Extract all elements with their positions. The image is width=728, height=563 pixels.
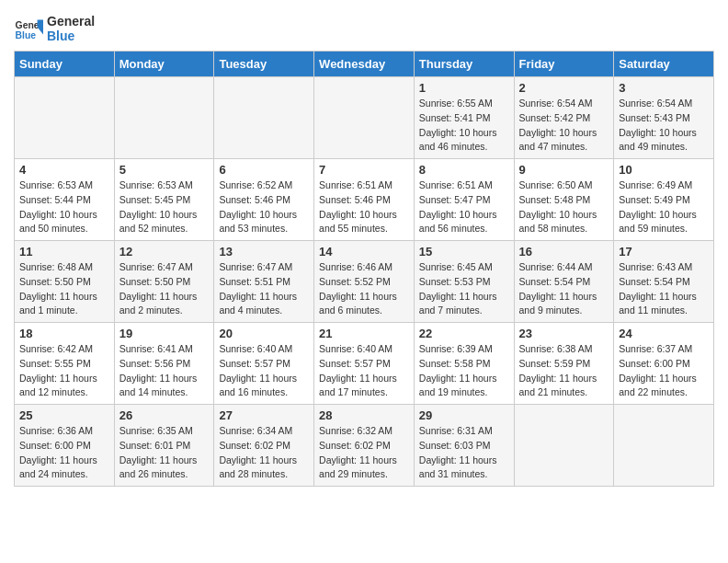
daylight-text: Daylight: 11 hours and 28 minutes. (219, 454, 297, 480)
sunrise-text: Sunrise: 6:49 AM (619, 179, 692, 190)
calendar-cell: 20 Sunrise: 6:40 AM Sunset: 5:57 PM Dayl… (214, 323, 314, 405)
daylight-text: Daylight: 11 hours and 14 minutes. (119, 373, 198, 398)
day-info: Sunrise: 6:54 AM Sunset: 5:43 PM Dayligh… (619, 97, 709, 155)
calendar-cell: 23 Sunrise: 6:38 AM Sunset: 5:59 PM Dayl… (514, 323, 614, 405)
day-info: Sunrise: 6:34 AM Sunset: 6:02 PM Dayligh… (219, 424, 309, 482)
sunset-text: Sunset: 5:50 PM (119, 276, 191, 287)
svg-marker-2 (38, 19, 43, 34)
calendar-cell: 18 Sunrise: 6:42 AM Sunset: 5:55 PM Dayl… (15, 323, 115, 405)
sunset-text: Sunset: 5:43 PM (619, 112, 690, 123)
calendar-cell: 2 Sunrise: 6:54 AM Sunset: 5:42 PM Dayli… (514, 77, 614, 159)
calendar-cell: 16 Sunrise: 6:44 AM Sunset: 5:54 PM Dayl… (514, 241, 614, 323)
day-number: 26 (119, 408, 210, 422)
day-header-saturday: Saturday (614, 52, 714, 77)
calendar-cell: 17 Sunrise: 6:43 AM Sunset: 5:54 PM Dayl… (614, 241, 714, 323)
sunset-text: Sunset: 5:42 PM (519, 112, 591, 123)
calendar-cell (614, 405, 714, 487)
day-number: 11 (19, 245, 109, 259)
calendar-week-5: 25 Sunrise: 6:36 AM Sunset: 6:00 PM Dayl… (15, 405, 714, 487)
logo-icon: General Blue (14, 14, 43, 43)
sunrise-text: Sunrise: 6:54 AM (619, 98, 692, 109)
sunrise-text: Sunrise: 6:44 AM (519, 261, 593, 272)
sunset-text: Sunset: 5:54 PM (619, 276, 690, 287)
day-number: 19 (119, 327, 210, 340)
sunset-text: Sunset: 5:50 PM (19, 276, 91, 287)
sunset-text: Sunset: 5:59 PM (519, 358, 591, 369)
sunrise-text: Sunrise: 6:37 AM (619, 343, 692, 354)
day-number: 9 (519, 163, 609, 177)
daylight-text: Daylight: 11 hours and 9 minutes. (519, 291, 597, 316)
sunrise-text: Sunrise: 6:48 AM (19, 261, 93, 272)
calendar-week-2: 4 Sunrise: 6:53 AM Sunset: 5:44 PM Dayli… (15, 159, 714, 241)
calendar-cell: 22 Sunrise: 6:39 AM Sunset: 5:58 PM Dayl… (414, 323, 514, 405)
day-number: 13 (219, 245, 309, 259)
day-info: Sunrise: 6:37 AM Sunset: 6:00 PM Dayligh… (619, 342, 709, 400)
calendar-table: SundayMondayTuesdayWednesdayThursdayFrid… (14, 51, 714, 487)
day-number: 14 (319, 245, 409, 259)
daylight-text: Daylight: 10 hours and 55 minutes. (319, 209, 397, 235)
day-info: Sunrise: 6:55 AM Sunset: 5:41 PM Dayligh… (419, 97, 509, 155)
day-info: Sunrise: 6:47 AM Sunset: 5:51 PM Dayligh… (219, 260, 309, 318)
calendar-cell (15, 77, 115, 159)
day-info: Sunrise: 6:52 AM Sunset: 5:46 PM Dayligh… (219, 178, 309, 236)
sunset-text: Sunset: 6:00 PM (619, 358, 690, 369)
calendar-cell: 11 Sunrise: 6:48 AM Sunset: 5:50 PM Dayl… (15, 241, 115, 323)
daylight-text: Daylight: 11 hours and 16 minutes. (219, 373, 297, 398)
sunrise-text: Sunrise: 6:52 AM (219, 179, 292, 190)
day-number: 2 (519, 81, 609, 95)
calendar-cell: 25 Sunrise: 6:36 AM Sunset: 6:00 PM Dayl… (15, 405, 115, 487)
sunrise-text: Sunrise: 6:47 AM (119, 261, 193, 272)
day-info: Sunrise: 6:51 AM Sunset: 5:47 PM Dayligh… (419, 178, 509, 236)
sunrise-text: Sunrise: 6:53 AM (19, 179, 93, 190)
daylight-text: Daylight: 11 hours and 11 minutes. (619, 291, 697, 316)
sunrise-text: Sunrise: 6:31 AM (419, 425, 493, 436)
daylight-text: Daylight: 11 hours and 24 minutes. (19, 454, 97, 480)
day-number: 25 (19, 408, 109, 422)
day-info: Sunrise: 6:54 AM Sunset: 5:42 PM Dayligh… (519, 97, 609, 155)
day-number: 6 (219, 163, 309, 177)
day-info: Sunrise: 6:38 AM Sunset: 5:59 PM Dayligh… (519, 342, 609, 400)
daylight-text: Daylight: 11 hours and 2 minutes. (119, 291, 198, 316)
day-number: 16 (519, 245, 609, 259)
calendar-week-3: 11 Sunrise: 6:48 AM Sunset: 5:50 PM Dayl… (15, 241, 714, 323)
svg-text:Blue: Blue (16, 30, 37, 40)
daylight-text: Daylight: 11 hours and 6 minutes. (319, 291, 397, 316)
day-info: Sunrise: 6:49 AM Sunset: 5:49 PM Dayligh… (619, 178, 709, 236)
day-info: Sunrise: 6:48 AM Sunset: 5:50 PM Dayligh… (19, 260, 109, 318)
sunrise-text: Sunrise: 6:45 AM (419, 261, 493, 272)
calendar-header-row: SundayMondayTuesdayWednesdayThursdayFrid… (15, 52, 714, 77)
calendar-cell (214, 77, 314, 159)
daylight-text: Daylight: 10 hours and 47 minutes. (519, 127, 597, 153)
sunset-text: Sunset: 5:49 PM (619, 194, 690, 205)
sunrise-text: Sunrise: 6:51 AM (419, 179, 493, 190)
day-number: 28 (319, 408, 409, 422)
sunset-text: Sunset: 6:00 PM (19, 440, 91, 451)
day-info: Sunrise: 6:46 AM Sunset: 5:52 PM Dayligh… (319, 260, 409, 318)
sunset-text: Sunset: 6:02 PM (319, 440, 391, 451)
daylight-text: Daylight: 11 hours and 7 minutes. (419, 291, 497, 316)
logo-line1: General (47, 14, 95, 29)
day-info: Sunrise: 6:40 AM Sunset: 5:57 PM Dayligh… (219, 342, 309, 400)
sunrise-text: Sunrise: 6:35 AM (119, 425, 193, 436)
sunset-text: Sunset: 5:56 PM (119, 358, 191, 369)
sunrise-text: Sunrise: 6:36 AM (19, 425, 93, 436)
day-info: Sunrise: 6:35 AM Sunset: 6:01 PM Dayligh… (119, 424, 210, 482)
daylight-text: Daylight: 10 hours and 46 minutes. (419, 127, 497, 153)
daylight-text: Daylight: 11 hours and 4 minutes. (219, 291, 297, 316)
daylight-text: Daylight: 11 hours and 19 minutes. (419, 373, 497, 398)
sunset-text: Sunset: 5:41 PM (419, 112, 491, 123)
calendar-cell: 4 Sunrise: 6:53 AM Sunset: 5:44 PM Dayli… (15, 159, 115, 241)
sunrise-text: Sunrise: 6:42 AM (19, 343, 93, 354)
day-number: 8 (419, 163, 509, 177)
day-number: 1 (419, 81, 509, 95)
day-info: Sunrise: 6:31 AM Sunset: 6:03 PM Dayligh… (419, 424, 509, 482)
sunrise-text: Sunrise: 6:46 AM (319, 261, 392, 272)
daylight-text: Daylight: 11 hours and 12 minutes. (19, 373, 97, 398)
daylight-text: Daylight: 10 hours and 53 minutes. (219, 209, 297, 235)
day-info: Sunrise: 6:50 AM Sunset: 5:48 PM Dayligh… (519, 178, 609, 236)
day-number: 23 (519, 327, 609, 340)
calendar-cell: 3 Sunrise: 6:54 AM Sunset: 5:43 PM Dayli… (614, 77, 714, 159)
day-header-thursday: Thursday (414, 52, 514, 77)
daylight-text: Daylight: 10 hours and 52 minutes. (119, 209, 198, 235)
day-info: Sunrise: 6:36 AM Sunset: 6:00 PM Dayligh… (19, 424, 109, 482)
